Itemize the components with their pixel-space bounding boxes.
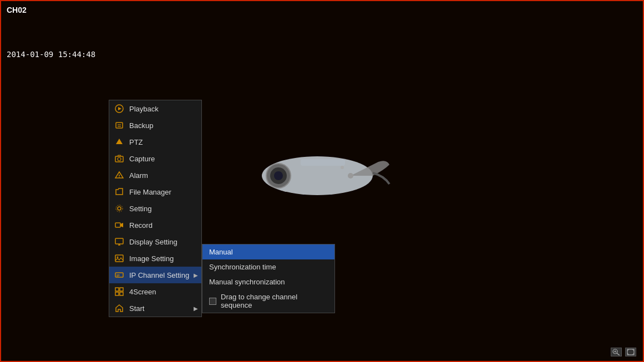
display-setting-icon: [114, 236, 125, 247]
main-screen: CH02 2014-01-09 15:44:48: [0, 0, 644, 362]
submenu-item-manual[interactable]: Manual: [202, 244, 334, 259]
submenu-item-manual-sync[interactable]: Manual synchronization: [202, 274, 334, 289]
capture-icon: [114, 153, 125, 164]
svg-point-17: [119, 177, 120, 178]
svg-point-3: [274, 171, 283, 180]
alarm-icon: [114, 170, 125, 181]
svg-marker-12: [116, 139, 123, 144]
ptz-icon: [114, 136, 125, 147]
menu-item-backup[interactable]: Backup: [109, 117, 201, 134]
menu-item-ptz[interactable]: PTZ: [109, 134, 201, 150]
setting-icon: [114, 203, 125, 214]
svg-point-19: [116, 205, 123, 212]
menu-item-4screen[interactable]: 4Screen: [109, 283, 201, 300]
menu-item-start[interactable]: Start ▶: [109, 300, 201, 317]
zoom-icon[interactable]: [611, 348, 622, 356]
svg-point-14: [118, 157, 121, 161]
svg-rect-9: [116, 123, 123, 128]
svg-point-6: [341, 166, 344, 169]
submenu-item-sync-time[interactable]: Synchronization time: [202, 259, 334, 274]
menu-item-ip-channel-setting[interactable]: IP IP Channel Setting ▶: [109, 267, 201, 283]
menu-item-capture[interactable]: Capture: [109, 150, 201, 167]
ip-channel-arrow: ▶: [194, 272, 198, 278]
submenu-item-drag-channel[interactable]: Drag to change channel sequence: [202, 289, 334, 313]
svg-marker-8: [118, 107, 121, 110]
svg-rect-31: [115, 292, 119, 295]
backup-icon: [114, 120, 125, 131]
bottom-right-icons: [611, 348, 636, 356]
playback-icon: [114, 103, 125, 114]
svg-rect-4: [301, 159, 345, 166]
menu-item-playback[interactable]: Playback: [109, 100, 201, 117]
4screen-icon: [114, 286, 125, 297]
svg-point-18: [118, 207, 121, 210]
record-icon: [114, 220, 125, 231]
drag-channel-checkbox[interactable]: [209, 298, 216, 305]
channel-label: CH02: [7, 6, 27, 14]
start-arrow: ▶: [194, 305, 198, 312]
svg-text:IP: IP: [116, 274, 120, 277]
svg-point-26: [117, 257, 119, 258]
timestamp: 2014-01-09 15:44:48: [7, 50, 95, 59]
menu-item-alarm[interactable]: Alarm: [109, 167, 201, 183]
svg-rect-30: [120, 288, 123, 291]
svg-rect-29: [115, 288, 119, 291]
camera-image: [240, 145, 395, 206]
file-manager-icon: [114, 186, 125, 197]
svg-point-5: [348, 173, 353, 179]
context-menu: Playback Backup PTZ Capture Alarm: [109, 100, 202, 317]
menu-item-image-setting[interactable]: Image Setting: [109, 250, 201, 267]
svg-rect-25: [115, 255, 123, 262]
svg-rect-32: [120, 292, 123, 295]
menu-item-file-manager[interactable]: File Manager: [109, 183, 201, 200]
svg-rect-22: [115, 238, 123, 244]
svg-line-34: [617, 353, 620, 355]
ip-channel-icon: IP: [114, 269, 125, 281]
image-setting-icon: [114, 253, 125, 264]
svg-rect-20: [115, 223, 120, 227]
fullscreen-icon[interactable]: [625, 348, 636, 356]
start-icon: [114, 303, 125, 314]
submenu: Manual Synchronization time Manual synch…: [202, 244, 335, 313]
menu-item-display-setting[interactable]: Display Setting: [109, 233, 201, 250]
camera-svg: [240, 145, 395, 206]
menu-item-record[interactable]: Record: [109, 217, 201, 233]
menu-item-setting[interactable]: Setting: [109, 200, 201, 217]
